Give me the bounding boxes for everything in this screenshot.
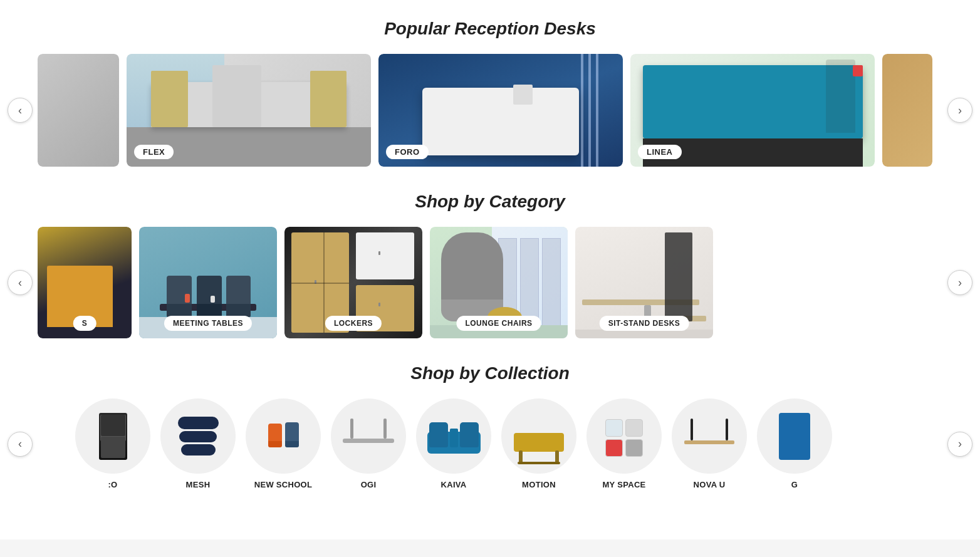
- linea-label: LINEA: [638, 145, 682, 159]
- category-title: Shop by Category: [0, 192, 980, 212]
- collection-item-new-school[interactable]: NEW SCHOOL: [246, 398, 321, 489]
- category-prev-button[interactable]: ‹: [8, 270, 33, 295]
- category-track: S: [38, 227, 942, 338]
- collection-item-o-partial[interactable]: :O: [75, 398, 150, 489]
- desk-card-partial-right[interactable]: [882, 54, 932, 167]
- category-next-button[interactable]: ›: [947, 270, 972, 295]
- collection-label-motion: MOTION: [522, 480, 556, 489]
- collection-item-ogi[interactable]: OGI: [331, 398, 406, 489]
- cat-s-label: S: [73, 316, 96, 331]
- reception-prev-button[interactable]: ‹: [8, 98, 33, 123]
- cat-card-lockers[interactable]: LOCKERS: [284, 227, 422, 338]
- collection-circle-kaiva: [416, 398, 491, 474]
- reception-track: FLEX: [38, 54, 942, 167]
- cat-card-sitstand[interactable]: SIT-STAND DESKS: [575, 227, 713, 338]
- collection-prev-button[interactable]: ‹: [8, 432, 33, 457]
- collection-track: :O MESH: [38, 398, 942, 489]
- collection-circle-new-school: [246, 398, 321, 474]
- collection-label-kaiva: KAIVA: [441, 480, 467, 489]
- reception-next-button[interactable]: ›: [947, 98, 972, 123]
- collection-circle-my-space: [586, 398, 662, 474]
- reception-track-wrapper: FLEX: [0, 54, 980, 167]
- desk-card-partial-left[interactable]: [38, 54, 119, 167]
- collection-track-wrapper: :O MESH: [0, 398, 980, 489]
- category-track-wrapper: S: [0, 227, 980, 338]
- desk-card-linea[interactable]: LINEA: [630, 54, 875, 167]
- desk-card-flex[interactable]: FLEX: [127, 54, 371, 167]
- collection-circle-mesh: [160, 398, 236, 474]
- collection-circle-nova-u: [672, 398, 747, 474]
- cat-card-partial-left[interactable]: S: [38, 227, 132, 338]
- collection-label-mesh: MESH: [186, 480, 211, 489]
- reception-title: Popular Reception Desks: [0, 19, 980, 39]
- desk-card-foro[interactable]: FORO: [378, 54, 623, 167]
- collection-item-motion[interactable]: MOTION: [501, 398, 576, 489]
- reception-section: Popular Reception Desks ‹: [0, 19, 980, 167]
- collection-item-kaiva[interactable]: KAIVA: [416, 398, 491, 489]
- collection-next-button[interactable]: ›: [947, 432, 972, 457]
- collection-section: Shop by Collection ‹ :O: [0, 363, 980, 489]
- collection-label-o: :O: [108, 480, 117, 489]
- category-section: Shop by Category ‹ S: [0, 192, 980, 338]
- collection-circle-motion: [501, 398, 576, 474]
- cat-card-lounge-chairs[interactable]: LOUNGE CHAIRS: [430, 227, 568, 338]
- meeting-tables-label: MEETING TABLES: [164, 316, 252, 331]
- lounge-chairs-label: LOUNGE CHAIRS: [456, 316, 541, 331]
- collection-label-my-space: MY SPACE: [602, 480, 645, 489]
- flex-label: FLEX: [134, 145, 174, 159]
- foro-label: FORO: [386, 145, 429, 159]
- collection-item-nova-u[interactable]: NOVA U: [672, 398, 747, 489]
- collection-item-my-space[interactable]: MY SPACE: [586, 398, 662, 489]
- lockers-label: LOCKERS: [325, 316, 382, 331]
- collection-item-g-partial[interactable]: G: [757, 398, 832, 489]
- collection-label-new-school: NEW SCHOOL: [254, 480, 313, 489]
- cat-card-meeting-tables[interactable]: MEETING TABLES: [139, 227, 277, 338]
- collection-label-nova-u: NOVA U: [694, 480, 726, 489]
- collection-circle-g: [757, 398, 832, 474]
- collection-item-mesh[interactable]: MESH: [160, 398, 236, 489]
- sitstand-label: SIT-STAND DESKS: [600, 316, 689, 331]
- collection-circle-ogi: [331, 398, 406, 474]
- collection-label-ogi: OGI: [361, 480, 377, 489]
- collection-circle-o: [75, 398, 150, 474]
- collection-label-g: G: [791, 480, 798, 489]
- page-wrapper: Popular Reception Desks ‹: [0, 0, 980, 539]
- collection-title: Shop by Collection: [0, 363, 980, 383]
